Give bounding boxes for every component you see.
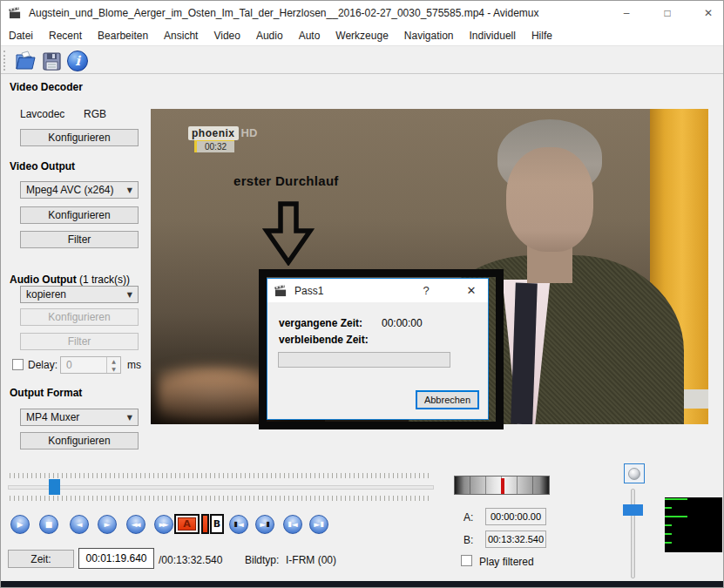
annotation-text: erster Durchlauf bbox=[233, 173, 339, 188]
decoder-mode-label: RGB bbox=[84, 108, 106, 120]
save-icon[interactable] bbox=[41, 51, 62, 71]
play-filtered-label: Play filtered bbox=[479, 556, 534, 568]
minimize-button[interactable]: – bbox=[612, 1, 641, 25]
menu-video[interactable]: Video bbox=[206, 25, 247, 46]
remaining-time-label: verbleibende Zeit: bbox=[279, 334, 369, 346]
toolbar: i bbox=[1, 47, 724, 74]
dialog-title: Pass1 bbox=[294, 285, 323, 297]
elapsed-time-label: vergangene Zeit: bbox=[279, 317, 362, 329]
marker-b-time-field[interactable]: 00:13:32.540 bbox=[485, 531, 546, 548]
marker-a-icon: A bbox=[178, 517, 196, 531]
audio-configure-button: Konfigurieren bbox=[20, 308, 139, 326]
open-file-icon[interactable] bbox=[15, 51, 36, 71]
volume-slider-handle[interactable] bbox=[623, 504, 643, 516]
play-button[interactable]: ▶ bbox=[10, 515, 30, 534]
arrow-right-icon: ► bbox=[314, 521, 320, 529]
format-configure-button[interactable]: Konfigurieren bbox=[20, 432, 139, 449]
prev-keyframe-button[interactable]: ▮◄ bbox=[283, 515, 302, 534]
jog-center-mark bbox=[501, 478, 504, 494]
menu-individuell[interactable]: Individuell bbox=[462, 25, 524, 46]
title-bar: Augstein_und_Blome_Aerger_im_Osten_Im_Ta… bbox=[1, 1, 724, 25]
maximize-button[interactable]: □ bbox=[653, 1, 682, 25]
time-button[interactable]: Zeit: bbox=[8, 550, 74, 568]
delay-spinner[interactable]: 0 ▲ ▼ bbox=[60, 356, 121, 374]
seek-slider[interactable] bbox=[8, 485, 434, 490]
video-output-selected: Mpeg4 AVC (x264) bbox=[26, 184, 114, 196]
marker-b-button[interactable]: B bbox=[201, 514, 224, 534]
rewind-button[interactable]: ◄◄ bbox=[126, 515, 145, 534]
speaker-icon bbox=[628, 468, 640, 480]
play-filtered-checkbox[interactable] bbox=[461, 555, 472, 566]
video-person-face bbox=[506, 147, 593, 252]
menu-hilfe[interactable]: Hilfe bbox=[524, 25, 560, 46]
audio-output-select[interactable]: kopieren ▼ bbox=[20, 286, 139, 303]
info-icon[interactable]: i bbox=[67, 51, 88, 71]
delay-unit-label: ms bbox=[127, 359, 141, 371]
mute-button[interactable] bbox=[624, 463, 645, 483]
next-black-frame-button[interactable]: ►▮ bbox=[255, 515, 274, 534]
close-button[interactable]: ✕ bbox=[694, 1, 723, 25]
prev-frame-button[interactable]: ◄ bbox=[70, 515, 89, 534]
stop-button[interactable]: ■ bbox=[39, 515, 58, 534]
fast-forward-button[interactable]: ►► bbox=[154, 515, 173, 534]
chevron-down-icon: ▼ bbox=[127, 186, 132, 194]
video-output-heading: Video Output bbox=[10, 160, 75, 172]
toolbar-drag-handle[interactable] bbox=[3, 51, 6, 71]
menu-ansicht[interactable]: Ansicht bbox=[156, 25, 206, 46]
marker-a-button[interactable]: A bbox=[174, 514, 200, 534]
prev-black-frame-button[interactable]: ▮◄ bbox=[229, 515, 248, 534]
menu-navigation[interactable]: Navigation bbox=[396, 25, 462, 46]
frame-type-value: I-FRM (00) bbox=[286, 554, 336, 566]
menu-audio[interactable]: Audio bbox=[248, 25, 291, 46]
elapsed-time-value: 00:00:00 bbox=[382, 317, 423, 329]
black-bar-icon: ▮ bbox=[266, 521, 269, 528]
output-format-selected: MP4 Muxer bbox=[26, 411, 79, 423]
chevron-down-icon: ▼ bbox=[127, 291, 132, 299]
spin-up-icon[interactable]: ▲ bbox=[107, 357, 120, 365]
menu-datei[interactable]: Datei bbox=[1, 25, 41, 46]
delay-checkbox[interactable] bbox=[12, 359, 24, 370]
cancel-button[interactable]: Abbrechen bbox=[416, 390, 479, 409]
menu-bearbeiten[interactable]: Bearbeiten bbox=[90, 25, 156, 46]
audio-filter-button: Filter bbox=[20, 333, 139, 350]
volume-slider[interactable] bbox=[631, 489, 635, 578]
marker-a-label: A: bbox=[463, 511, 473, 524]
phoenix-counter: 00:32 bbox=[194, 140, 234, 152]
spin-down-icon[interactable]: ▼ bbox=[107, 365, 120, 373]
total-duration-label: /00:13:32.540 bbox=[159, 554, 222, 566]
marker-b-label: B: bbox=[463, 534, 473, 546]
stop-icon: ■ bbox=[45, 521, 53, 529]
dialog-close-button[interactable]: ✕ bbox=[460, 279, 483, 302]
vu-meter bbox=[665, 497, 722, 552]
output-format-select[interactable]: MP4 Muxer ▼ bbox=[20, 409, 139, 426]
pass1-dialog: Pass1 ? ✕ vergangene Zeit: 00:00:00 verb… bbox=[267, 278, 489, 420]
audio-output-selected: kopieren bbox=[26, 288, 66, 301]
menu-auto[interactable]: Auto bbox=[291, 25, 328, 46]
video-filter-button[interactable]: Filter bbox=[20, 231, 139, 248]
app-icon bbox=[9, 7, 22, 19]
phoenix-brand: phoenix bbox=[188, 126, 239, 140]
decoder-codec-label: Lavcodec bbox=[20, 108, 64, 120]
video-output-select[interactable]: Mpeg4 AVC (x264) ▼ bbox=[20, 181, 139, 199]
audio-output-heading: Audio Output (1 track(s)) bbox=[10, 274, 130, 286]
marker-b-icon: B bbox=[210, 514, 224, 534]
arrow-left-icon: ◄ bbox=[77, 521, 83, 529]
marker-a-time-field[interactable]: 00:00:00.00 bbox=[485, 508, 546, 525]
next-keyframe-button[interactable]: ►▮ bbox=[309, 515, 328, 534]
current-time-field[interactable]: 00:01:19.640 bbox=[78, 548, 154, 569]
next-frame-button[interactable]: ► bbox=[98, 515, 117, 534]
seek-slider-handle[interactable] bbox=[49, 479, 60, 495]
play-icon: ▶ bbox=[17, 521, 24, 529]
slider-ticks-bottom bbox=[10, 496, 431, 501]
video-decoder-heading: Video Decoder bbox=[10, 81, 83, 93]
delay-label: Delay: bbox=[28, 359, 58, 371]
jog-wheel[interactable] bbox=[454, 476, 550, 495]
window-title: Augstein_und_Blome_Aerger_im_Osten_Im_Ta… bbox=[29, 7, 539, 19]
video-configure-button[interactable]: Konfigurieren bbox=[20, 206, 139, 224]
menu-bar: Datei Recent Bearbeiten Ansicht Video Au… bbox=[1, 25, 724, 46]
dialog-help-button[interactable]: ? bbox=[415, 279, 437, 302]
decoder-configure-button[interactable]: Konfigurieren bbox=[20, 129, 139, 146]
arrow-right-icon: ► bbox=[260, 521, 266, 529]
menu-recent[interactable]: Recent bbox=[41, 25, 90, 46]
menu-werkzeuge[interactable]: Werkzeuge bbox=[328, 25, 396, 46]
